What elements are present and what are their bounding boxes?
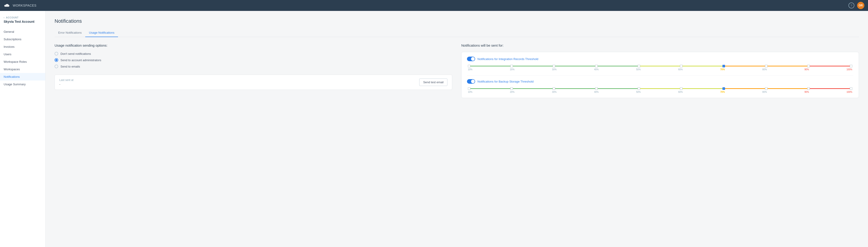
toggle-row-integration: Notifications for Integration Records Th… xyxy=(467,57,853,61)
cp-backup-10[interactable] xyxy=(468,87,470,90)
label-integration-50: 50% xyxy=(636,68,641,71)
cp-backup-100[interactable] xyxy=(850,87,852,90)
topnav: WORKSPACES ? OR xyxy=(0,0,868,11)
main-content: Notifications Error Notifications Usage … xyxy=(45,11,868,247)
radio-circle-send-admins xyxy=(55,58,58,62)
label-backup-90: 90% xyxy=(804,91,809,93)
sidebar-item-notifications[interactable]: Notifications xyxy=(0,73,45,81)
cp-integration-50[interactable] xyxy=(638,65,640,67)
sidebar-account-name: Skyvia Test Account xyxy=(0,20,45,28)
user-avatar[interactable]: OR xyxy=(857,2,864,9)
toggle-row-backup: Notifications for Backup Storage Thresho… xyxy=(467,79,853,84)
label-backup-60: 60% xyxy=(678,91,683,93)
label-backup-50: 50% xyxy=(636,91,641,93)
threshold-divider xyxy=(467,75,853,75)
toggle-label-backup-storage: Notifications for Backup Storage Thresho… xyxy=(477,80,534,83)
label-integration-10: 10% xyxy=(468,68,472,71)
label-integration-40: 40% xyxy=(594,68,598,71)
cp-integration-40[interactable] xyxy=(595,65,598,67)
cp-integration-30[interactable] xyxy=(553,65,555,67)
topnav-title: WORKSPACES xyxy=(13,4,36,7)
cp-backup-20[interactable] xyxy=(510,87,513,90)
toggle-backup-storage[interactable] xyxy=(467,79,475,84)
label-integration-70: 70% xyxy=(720,68,725,71)
last-sent-value: - xyxy=(59,83,73,86)
last-sent-label: Last sent at xyxy=(59,79,73,82)
radio-label-send-admins: Send to account administrators xyxy=(60,58,101,62)
label-integration-90: 90% xyxy=(804,68,809,71)
radio-circle-send-emails xyxy=(55,65,58,68)
label-integration-100: 100% xyxy=(846,68,852,71)
sending-options-title: Usage notification sending options: xyxy=(55,43,452,47)
label-backup-70: 70% xyxy=(720,91,725,93)
radio-dont-send[interactable]: Don't send notifications xyxy=(55,52,452,56)
radio-circle-dont-send xyxy=(55,52,58,56)
label-backup-20: 20% xyxy=(510,91,515,93)
notifications-box: Notifications for Integration Records Th… xyxy=(461,52,859,98)
sidebar-item-general[interactable]: General xyxy=(0,28,45,35)
sidebar-account-label: ‹ ACCOUNT xyxy=(0,17,45,20)
cp-backup-80[interactable] xyxy=(765,87,768,90)
cp-backup-30[interactable] xyxy=(553,87,555,90)
last-sent-box: Last sent at - Send test email xyxy=(55,74,452,90)
toggle-integration-records[interactable] xyxy=(467,57,475,61)
label-backup-10: 10% xyxy=(468,91,472,93)
cp-backup-60[interactable] xyxy=(680,87,682,90)
content-grid: Usage notification sending options: Don'… xyxy=(55,43,859,98)
label-backup-80: 80% xyxy=(762,91,767,93)
cp-integration-10[interactable] xyxy=(468,65,470,67)
cp-integration-70[interactable]: ✓ xyxy=(722,65,725,67)
label-backup-30: 30% xyxy=(552,91,557,93)
topnav-right: ? OR xyxy=(848,2,864,9)
send-test-email-button[interactable]: Send test email xyxy=(419,79,447,86)
label-integration-80: 80% xyxy=(762,68,767,71)
threshold-bar-integration: ✓ xyxy=(467,65,853,71)
cp-backup-40[interactable] xyxy=(595,87,598,90)
label-backup-40: 40% xyxy=(594,91,598,93)
radio-label-dont-send: Don't send notifications xyxy=(60,52,91,56)
threshold-bar-backup: ✓ xyxy=(467,87,853,93)
threshold-integration-records: Notifications for Integration Records Th… xyxy=(467,57,853,71)
threshold-backup-storage: Notifications for Backup Storage Thresho… xyxy=(467,79,853,93)
topnav-left: WORKSPACES xyxy=(4,2,36,9)
chevron-left-icon: ‹ xyxy=(4,17,4,19)
page-title: Notifications xyxy=(55,18,859,24)
sidebar-item-workspace-roles[interactable]: Workspace Roles xyxy=(0,58,45,65)
cp-backup-70[interactable]: ✓ xyxy=(722,87,725,90)
cloud-logo-icon[interactable] xyxy=(4,2,10,9)
left-panel: Usage notification sending options: Don'… xyxy=(55,43,452,98)
label-backup-100: 100% xyxy=(846,91,852,93)
help-icon[interactable]: ? xyxy=(848,2,855,8)
tab-error-notifications[interactable]: Error Notifications xyxy=(55,29,85,37)
label-integration-30: 30% xyxy=(552,68,557,71)
cp-integration-60[interactable] xyxy=(680,65,682,67)
radio-send-emails[interactable]: Send to emails xyxy=(55,65,452,68)
right-panel: Notifications will be sent for: Notifica… xyxy=(461,43,859,98)
sidebar-item-users[interactable]: Users xyxy=(0,51,45,58)
sidebar-item-invoices[interactable]: Invoices xyxy=(0,43,45,51)
cp-integration-80[interactable] xyxy=(765,65,768,67)
sidebar-item-usage-summary[interactable]: Usage Summary xyxy=(0,81,45,88)
last-sent-info: Last sent at - xyxy=(59,79,73,86)
cp-integration-100[interactable] xyxy=(850,65,852,67)
tabs-bar: Error Notifications Usage Notifications xyxy=(55,29,859,37)
cp-backup-90[interactable] xyxy=(807,87,810,90)
label-integration-60: 60% xyxy=(678,68,683,71)
sidebar-item-workspaces[interactable]: Workspaces xyxy=(0,65,45,73)
label-integration-20: 20% xyxy=(510,68,515,71)
cp-integration-20[interactable] xyxy=(510,65,513,67)
cp-backup-50[interactable] xyxy=(638,87,640,90)
sidebar-nav: General Subscriptions Invoices Users Wor… xyxy=(0,28,45,88)
toggle-label-integration-records: Notifications for Integration Records Th… xyxy=(477,57,538,61)
tab-usage-notifications[interactable]: Usage Notifications xyxy=(85,29,118,37)
notifications-sent-title: Notifications will be sent for: xyxy=(461,43,859,47)
radio-group: Don't send notifications Send to account… xyxy=(55,52,452,68)
sidebar-item-subscriptions[interactable]: Subscriptions xyxy=(0,35,45,43)
radio-label-send-emails: Send to emails xyxy=(60,65,80,68)
cp-integration-90[interactable] xyxy=(807,65,810,67)
sidebar: ‹ ACCOUNT Skyvia Test Account General Su… xyxy=(0,11,45,247)
radio-send-admins[interactable]: Send to account administrators xyxy=(55,58,452,62)
